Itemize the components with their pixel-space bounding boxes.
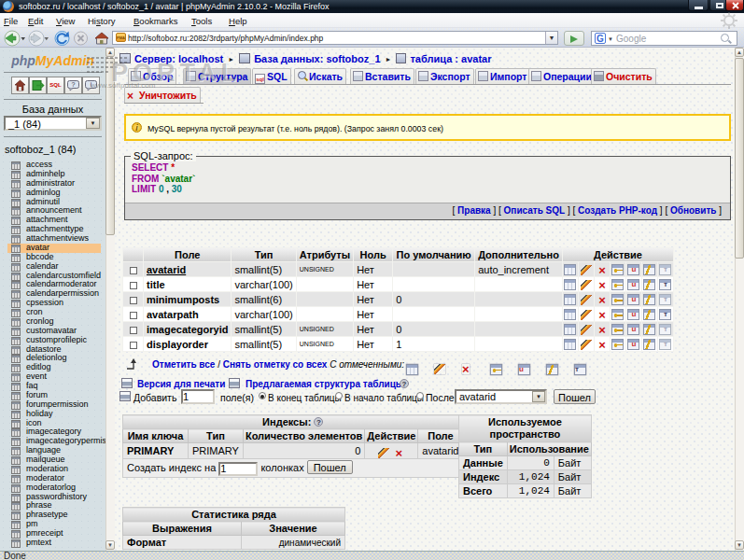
svg-text:?: ? <box>72 81 76 88</box>
